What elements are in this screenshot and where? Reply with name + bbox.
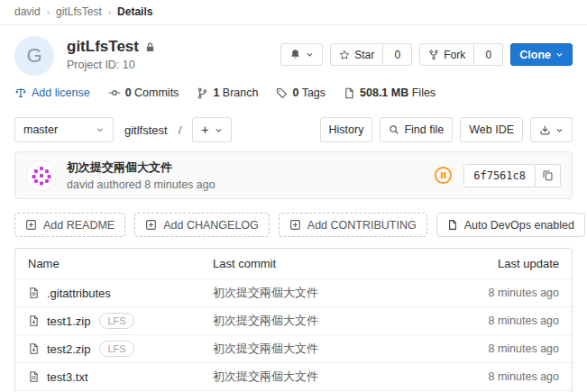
notifications-dropdown-button[interactable] [280,43,323,66]
breadcrumb-details[interactable]: Details [117,5,152,18]
auto-devops-enabled-button[interactable]: Auto DevOps enabled [436,213,585,237]
branch-selector[interactable]: master [14,117,114,142]
row-commit-message-link[interactable]: 初次提交兩個大文件 [213,285,451,301]
file-name-link[interactable]: test2.zip [47,342,90,356]
commit-meta: david authored 8 minutes ago [67,178,216,191]
web-ide-button[interactable]: Web IDE [460,117,523,142]
row-commit-message-link[interactable]: 初次提交兩個大文件 [213,341,451,357]
breadcrumb-separator: › [47,7,50,17]
branch-icon [197,87,208,99]
row-commit-message-link[interactable]: 初次提交兩個大文件 [213,313,451,329]
lfs-badge: LFS [99,313,133,329]
table-header-row: Name Last commit Last update [15,249,572,278]
doc-icon [447,219,458,231]
plus-square-icon [25,219,37,231]
header-last-commit: Last commit [213,257,451,270]
lfs-badge: LFS [99,341,133,357]
history-button[interactable]: History [320,117,373,142]
project-header: G gitLfsTest Project ID: 10 [0,25,587,79]
table-body: .gitattributes 初次提交兩個大文件 8 minutes ago t… [15,278,572,392]
table-row: test1.zip LFS 初次提交兩個大文件 8 minutes ago [15,306,572,334]
fork-button[interactable]: Fork [419,43,474,66]
commits-icon [108,87,121,99]
path-separator: / [179,123,182,137]
tags-stat[interactable]: 0 Tags [276,87,326,99]
pipeline-status-icon[interactable] [434,166,453,185]
plus-square-icon [289,219,301,231]
plus-icon: + [201,123,208,137]
file-icon [344,87,355,99]
commit-hash-group: 6f7561c8 [463,164,561,187]
table-row: test3.txt 初次提交兩個大文件 8 minutes ago [15,362,572,390]
find-file-button[interactable]: Find file [380,117,453,142]
row-last-update: 8 minutes ago [451,342,559,355]
tree-controls: master gitlfstest / + History Find file … [0,108,587,142]
commit-author-identicon [26,160,57,191]
project-stats: Add license 0 Commits 1 Branch 0 Tags [0,79,587,108]
suggest-button-label: Auto DevOps enabled [464,219,574,232]
project-id: Project ID: 10 [67,59,156,71]
chevron-down-icon [215,126,223,134]
project-avatar: G [14,36,54,76]
commit-message[interactable]: 初次提交兩個大文件 [67,160,216,176]
copy-icon [542,169,554,181]
commit-hash: 6f7561c8 [463,164,536,187]
add-changelog-button[interactable]: Add CHANGELOG [134,213,270,237]
chevron-down-icon [96,125,105,134]
bell-icon [289,49,301,60]
star-button[interactable]: Star [330,43,383,66]
file-zip-icon [28,342,40,355]
copy-commit-hash-button[interactable] [536,164,561,187]
add-readme-button[interactable]: Add README [14,213,125,237]
search-icon [389,124,399,135]
download-icon [539,124,551,136]
commits-stat[interactable]: 0 Commits [108,87,179,99]
clone-button[interactable]: Clone [510,43,573,66]
branch-stat[interactable]: 1 Branch [197,87,258,99]
chevron-down-icon [555,50,564,59]
lock-icon [144,41,156,53]
tag-icon [276,87,288,99]
file-name-link[interactable]: .gitattributes [47,287,111,300]
file-name-link[interactable]: test1.zip [47,315,90,328]
star-icon [339,50,350,60]
breadcrumb-user[interactable]: david [14,5,41,18]
breadcrumb-project[interactable]: gitLfsTest [56,5,102,18]
file-doc-icon [28,287,40,299]
table-row: .gitattributes 初次提交兩個大文件 8 minutes ago [15,278,572,306]
row-last-update: 8 minutes ago [451,287,559,299]
star-count[interactable]: 0 [383,43,412,66]
add-file-dropdown-button[interactable]: + [192,117,231,142]
file-zip-icon [28,315,40,327]
suggest-button-label: Add README [43,219,115,232]
file-doc-icon [28,370,40,383]
project-title: gitLfsTest [67,38,139,56]
file-tree-table: Name Last commit Last update .gitattribu… [14,248,573,392]
download-dropdown-button[interactable] [530,117,573,142]
table-row: test2.zip LFS 初次提交兩個大文件 8 minutes ago [15,334,572,362]
add-contributing-button[interactable]: Add CONTRIBUTING [279,213,427,237]
header-last-update: Last update [451,257,559,270]
chevron-down-icon [306,50,314,59]
row-last-update: 8 minutes ago [451,315,559,327]
breadcrumb: david › gitLfsTest › Details [0,0,587,25]
chevron-down-icon [555,126,564,134]
fork-button-group: Fork 0 [419,43,503,66]
add-license-link[interactable]: Add license [14,87,90,99]
fork-count[interactable]: 0 [474,43,503,66]
header-name: Name [28,257,213,270]
file-name-link[interactable]: test3.txt [47,370,88,384]
suggest-buttons-row: Add README Add CHANGELOG Add CONTRIBUTIN… [0,199,587,237]
star-button-group: Star 0 [330,43,412,66]
row-commit-message-link[interactable]: 初次提交兩個大文件 [213,369,451,385]
fork-icon [428,50,439,60]
repo-path[interactable]: gitlfstest [124,123,168,137]
breadcrumb-separator: › [108,7,111,17]
suggest-button-label: Add CONTRIBUTING [307,219,417,232]
license-icon [14,87,27,99]
row-last-update: 8 minutes ago [451,370,559,383]
last-commit-box: 初次提交兩個大文件 david authored 8 minutes ago 6… [14,151,573,199]
suggest-button-label: Add CHANGELOG [163,219,259,232]
plus-square-icon [145,219,157,231]
files-stat[interactable]: 508.1 MB Files [344,87,436,99]
